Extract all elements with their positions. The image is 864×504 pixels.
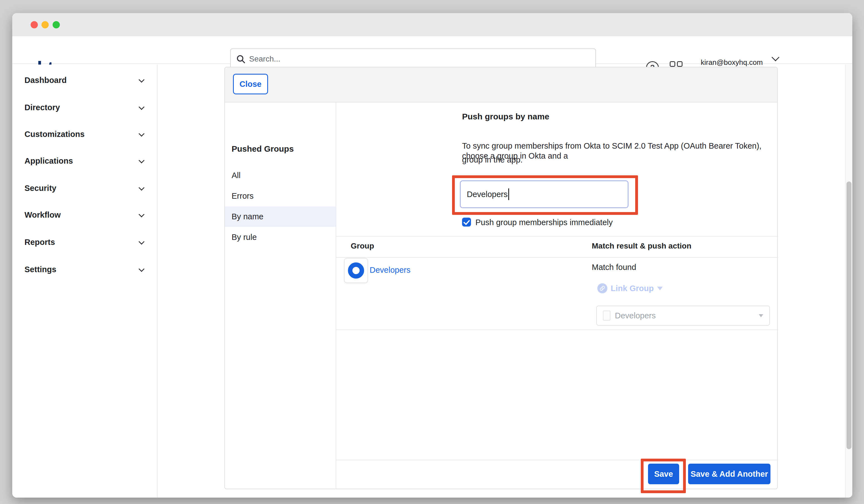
app-group-value: Developers bbox=[615, 311, 759, 320]
sidebar: Dashboard Directory Customizations Appli… bbox=[12, 64, 158, 497]
grid-icon bbox=[670, 61, 675, 67]
sidebar-item-security[interactable]: Security bbox=[12, 181, 157, 195]
chevron-down-icon bbox=[139, 104, 144, 110]
chevron-down-icon bbox=[139, 131, 144, 137]
page-title: Push groups by name bbox=[462, 112, 549, 121]
desktop-background: okta ? kiran@boxyhq.com okta-dev-2090126… bbox=[0, 0, 864, 504]
chevron-down-icon bbox=[139, 157, 144, 163]
app-group-select[interactable]: Developers bbox=[596, 305, 770, 326]
account-email: kiran@boxyhq.com bbox=[692, 58, 772, 67]
column-header-match: Match result & push action bbox=[592, 238, 692, 254]
link-group-button[interactable]: Link Group bbox=[597, 282, 663, 295]
group-name-value: Developers bbox=[467, 190, 508, 199]
nav-item-by-name[interactable]: By name bbox=[225, 206, 336, 227]
divider bbox=[336, 460, 778, 460]
text-cursor bbox=[508, 189, 509, 200]
search-icon bbox=[236, 54, 246, 64]
sidebar-item-workflow[interactable]: Workflow bbox=[12, 208, 157, 222]
link-icon bbox=[597, 283, 607, 293]
window-titlebar bbox=[12, 13, 852, 36]
search-input[interactable] bbox=[230, 48, 596, 69]
sidebar-item-dashboard[interactable]: Dashboard bbox=[12, 73, 157, 87]
group-circle-icon bbox=[348, 262, 364, 279]
traffic-light-zoom-button[interactable] bbox=[52, 21, 60, 28]
traffic-light-minimize-button[interactable] bbox=[41, 21, 49, 28]
column-header-group: Group bbox=[351, 238, 374, 254]
sidebar-item-directory[interactable]: Directory bbox=[12, 100, 157, 115]
sidebar-item-applications[interactable]: Applications bbox=[12, 154, 157, 168]
chevron-down-icon bbox=[139, 77, 144, 83]
chevron-down-icon[interactable] bbox=[771, 53, 779, 61]
sidebar-item-reports[interactable]: Reports bbox=[12, 235, 157, 249]
divider bbox=[336, 329, 778, 330]
link-group-label: Link Group bbox=[611, 284, 654, 293]
match-status: Match found bbox=[592, 263, 636, 272]
divider bbox=[336, 257, 778, 258]
app-window: okta ? kiran@boxyhq.com okta-dev-2090126… bbox=[12, 13, 852, 497]
pushed-groups-panel: Close Pushed Groups All Errors By name B… bbox=[224, 67, 778, 489]
close-button[interactable]: Close bbox=[233, 74, 268, 94]
divider bbox=[336, 236, 778, 237]
group-developers-link[interactable]: Developers bbox=[370, 265, 410, 275]
pushed-groups-title: Pushed Groups bbox=[231, 144, 294, 154]
push-immediately-checkbox[interactable] bbox=[462, 218, 471, 227]
panel-toolbar: Close bbox=[225, 67, 777, 103]
sidebar-item-settings[interactable]: Settings bbox=[12, 262, 157, 276]
pushed-groups-nav: Pushed Groups All Errors By name By rule bbox=[225, 103, 336, 489]
group-avatar bbox=[344, 258, 368, 283]
push-immediately-label: Push group memberships immediately bbox=[476, 218, 613, 227]
nav-item-errors[interactable]: Errors bbox=[225, 186, 336, 206]
chevron-down-icon bbox=[139, 266, 144, 272]
chevron-down-icon bbox=[139, 185, 144, 191]
sidebar-item-customizations[interactable]: Customizations bbox=[12, 127, 157, 141]
scrollbar bbox=[845, 64, 852, 497]
caret-down-icon bbox=[657, 287, 663, 290]
save-button[interactable]: Save bbox=[648, 464, 679, 484]
chevron-down-icon bbox=[139, 239, 144, 244]
chevron-down-icon bbox=[139, 212, 144, 217]
group-name-input[interactable]: Developers bbox=[460, 180, 628, 208]
save-add-another-button[interactable]: Save & Add Another bbox=[688, 464, 770, 484]
nav-item-by-rule[interactable]: By rule bbox=[225, 227, 336, 248]
nav-item-all[interactable]: All bbox=[225, 165, 336, 185]
description-line2: group in the app. bbox=[462, 155, 523, 165]
caret-down-icon bbox=[759, 314, 763, 317]
traffic-light-close-button[interactable] bbox=[31, 21, 38, 28]
app-group-placeholder-icon bbox=[603, 311, 610, 321]
scrollbar-thumb[interactable] bbox=[847, 181, 851, 449]
app-header: okta ? kiran@boxyhq.com okta-dev-2090126… bbox=[12, 36, 852, 64]
